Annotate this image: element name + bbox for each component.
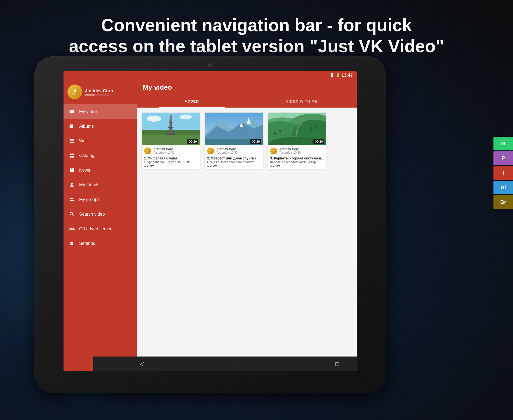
tablet-screen: ▐▌ 🔋 13:47 4 Dec Justdev Co bbox=[64, 71, 357, 371]
svg-point-13 bbox=[70, 198, 72, 199]
app-layout: 4 Dec Justdev Corp bbox=[64, 80, 357, 371]
sidebar-item-off-advertisement[interactable]: ADS Off advertisement bbox=[64, 221, 137, 236]
video-user-info-1: Justdev Corp Yesterday, 10:41 bbox=[153, 147, 197, 154]
video-user-bar-2: 4 Justdev Corp Yesterday, 10:40 bbox=[205, 145, 263, 155]
svg-point-14 bbox=[72, 198, 74, 199]
sidebar-item-label-my-friends: My friends bbox=[79, 182, 99, 188]
svg-rect-2 bbox=[70, 125, 73, 128]
main-header: My video bbox=[137, 80, 357, 95]
main-content: My video ADDED VIDEO WITH ME bbox=[137, 80, 357, 371]
video-thumb-1: 00:29 bbox=[142, 113, 200, 145]
video-desc-1: Эйфелева башня (фр. tour Eiffel, . bbox=[144, 160, 197, 164]
sidebar-item-label-off-advertisement: Off advertisement bbox=[79, 226, 114, 231]
page-header: Convenient navigation bar - for quick ac… bbox=[0, 15, 513, 57]
sidebar-item-wall[interactable]: Wall bbox=[64, 134, 137, 148]
video-info-3: 3. Карпаты - горная система в.. Карпаты … bbox=[268, 155, 326, 169]
svg-rect-8 bbox=[70, 154, 72, 155]
svg-marker-1 bbox=[73, 110, 74, 113]
video-title-2: 2. Эверест или Джомолунгма bbox=[207, 156, 260, 160]
svg-point-15 bbox=[70, 212, 73, 215]
main-title: My video bbox=[143, 84, 351, 91]
avatar-sub: Dec bbox=[73, 93, 77, 96]
tablet-device: ▐▌ 🔋 13:47 4 Dec Justdev Co bbox=[34, 56, 386, 393]
side-tab-bl[interactable]: Bl bbox=[493, 181, 513, 194]
video-user-bar-3: 4 Justdev Corp Yesterday, 10:36 bbox=[268, 145, 326, 155]
progress-bar bbox=[85, 94, 109, 95]
video-grid: 00:29 4 Justdev Corp Yesterday, 10:41 bbox=[137, 108, 357, 371]
nav-items: My video Albums Wall bbox=[64, 104, 137, 371]
sidebar-item-my-friends[interactable]: My friends bbox=[64, 178, 137, 192]
sidebar-item-news[interactable]: News bbox=[64, 163, 137, 178]
video-card-3[interactable]: 00:29 4 Justdev Corp Yesterday, 10:36 bbox=[268, 113, 326, 169]
side-tab-p[interactable]: P bbox=[493, 151, 513, 165]
video-user-date-1: Yesterday, 10:41 bbox=[153, 151, 197, 154]
signal-icon: ▐▌ bbox=[330, 73, 334, 77]
android-home-button[interactable]: ○ bbox=[238, 360, 242, 367]
video-icon bbox=[68, 108, 75, 115]
user-avatar[interactable]: 4 Dec bbox=[67, 84, 82, 99]
side-tab-br[interactable]: Br bbox=[493, 195, 513, 209]
tablet-camera bbox=[208, 63, 212, 67]
video-views-1: 1 view bbox=[144, 164, 197, 168]
news-icon bbox=[68, 167, 75, 174]
sidebar-item-albums[interactable]: Albums bbox=[64, 119, 137, 134]
side-tab-g[interactable]: G bbox=[493, 137, 513, 150]
sidebar-item-label-albums: Albums bbox=[79, 124, 94, 129]
svg-rect-23 bbox=[167, 131, 175, 132]
sidebar-item-catalog[interactable]: Catalog bbox=[64, 148, 137, 163]
settings-icon bbox=[68, 240, 75, 247]
sidebar-item-settings[interactable]: Settings bbox=[64, 236, 137, 251]
sidebar-item-label-wall: Wall bbox=[79, 138, 87, 144]
svg-line-16 bbox=[73, 215, 74, 216]
sidebar-item-my-video[interactable]: My video bbox=[64, 104, 137, 119]
sidebar-username: Justdev Corp bbox=[85, 88, 113, 94]
android-back-button[interactable]: ◁ bbox=[140, 360, 144, 367]
battery-icon: 🔋 bbox=[336, 73, 340, 77]
svg-rect-0 bbox=[70, 110, 73, 114]
svg-rect-24 bbox=[166, 133, 175, 135]
svg-marker-25 bbox=[169, 115, 172, 122]
svg-rect-10 bbox=[70, 156, 72, 158]
sidebar-item-label-settings: Settings bbox=[79, 241, 95, 246]
status-time: 13:47 bbox=[342, 73, 353, 78]
svg-point-28 bbox=[147, 116, 161, 122]
svg-rect-26 bbox=[169, 122, 172, 123]
sidebar-item-label-my-groups: My groups bbox=[79, 197, 100, 202]
catalog-icon bbox=[68, 152, 75, 159]
svg-rect-6 bbox=[70, 140, 74, 141]
video-user-date-2: Yesterday, 10:40 bbox=[216, 151, 260, 154]
svg-point-12 bbox=[71, 183, 73, 185]
tab-video-with-me[interactable]: VIDEO WITH ME bbox=[247, 95, 357, 107]
side-tab-i[interactable]: I bbox=[493, 166, 513, 180]
video-card-1[interactable]: 00:29 4 Justdev Corp Yesterday, 10:41 bbox=[142, 113, 200, 169]
tab-added[interactable]: ADDED bbox=[137, 95, 247, 107]
video-info-1: 1. Эйфелева башня Эйфелева башня (фр. to… bbox=[142, 155, 200, 169]
video-user-date-3: Yesterday, 10:36 bbox=[279, 151, 323, 154]
svg-point-29 bbox=[180, 115, 192, 119]
sidebar-item-label-news: News bbox=[79, 168, 90, 173]
video-duration-2: 00:29 bbox=[250, 139, 261, 144]
groups-icon bbox=[68, 196, 75, 203]
svg-rect-9 bbox=[72, 154, 74, 155]
android-recent-button[interactable]: □ bbox=[335, 360, 339, 367]
video-avatar-2: 4 bbox=[207, 147, 214, 154]
sidebar-item-search-video[interactable]: Search video bbox=[64, 207, 137, 221]
sidebar-item-label-search-video: Search video bbox=[79, 212, 105, 217]
video-duration-3: 00:29 bbox=[313, 139, 324, 144]
sidebar-item-label-my-video: My video bbox=[79, 109, 97, 114]
video-user-info-2: Justdev Corp Yesterday, 10:40 bbox=[216, 147, 260, 154]
status-icons: ▐▌ 🔋 13:47 bbox=[330, 73, 353, 78]
sidebar: 4 Dec Justdev Corp bbox=[64, 80, 137, 371]
video-title-3: 3. Карпаты - горная система в.. bbox=[270, 156, 323, 160]
video-card-2[interactable]: 00:29 4 Justdev Corp Yesterday, 10:40 bbox=[205, 113, 263, 169]
video-avatar-1: 4 bbox=[144, 147, 151, 154]
sidebar-header: 4 Dec Justdev Corp bbox=[64, 80, 137, 104]
albums-icon bbox=[68, 123, 75, 130]
status-bar: ▐▌ 🔋 13:47 bbox=[64, 71, 357, 80]
progress-fill bbox=[85, 94, 95, 95]
avatar-number: 4 bbox=[73, 88, 76, 93]
sidebar-item-my-groups[interactable]: My groups bbox=[64, 192, 137, 207]
video-user-name-3: Justdev Corp bbox=[279, 147, 323, 151]
svg-rect-27 bbox=[168, 127, 173, 128]
video-info-2: 2. Эверест или Джомолунгма Самая высокая… bbox=[205, 155, 263, 169]
